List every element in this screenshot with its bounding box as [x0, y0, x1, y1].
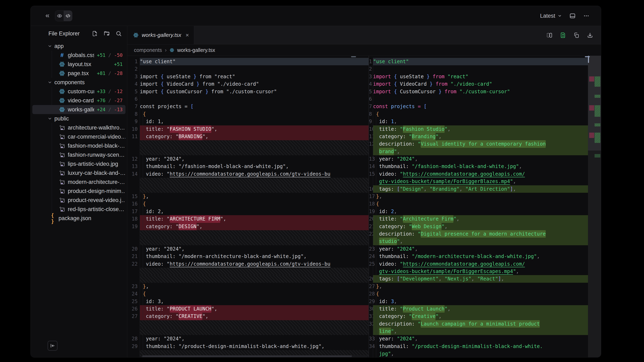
sidebar-folder-public[interactable]: public [32, 114, 126, 123]
sidebar-folder-app[interactable]: app [32, 41, 126, 51]
sidebar-folder-components[interactable]: components [32, 78, 126, 87]
horizontal-scrollbar[interactable] [142, 355, 368, 357]
code-line: year: "2024", [140, 335, 368, 343]
diff-view: 1"use client"23import { useState } from … [127, 56, 601, 357]
tree-item-label: works-galler… [68, 106, 94, 113]
line-number [127, 320, 140, 328]
react-icon [59, 61, 65, 67]
line-number: 2 [369, 65, 373, 73]
sidebar-file-page.tsx[interactable]: page.tsx+81 / -28 [32, 69, 126, 78]
code-view-button[interactable] [64, 11, 72, 21]
react-icon [170, 48, 174, 52]
sidebar-file-architecture-walkthro-[interactable]: architecture-walkthro… [32, 123, 126, 132]
sidebar-file-product-reveal-video.j-[interactable]: product-reveal-video.j… [32, 196, 126, 205]
react-file-icon [170, 48, 174, 52]
code-row-old: 4import { VideoCard } from "./video-card… [127, 80, 368, 88]
code-line: id: 3, [373, 298, 588, 305]
preview-eye-button[interactable] [55, 11, 64, 21]
code-icon [65, 13, 71, 18]
collapsed-lines-filler [140, 275, 368, 283]
sidebar-file-luxury-car-black-and-[interactable]: luxury-car-black-and-… [32, 168, 126, 177]
code-row-new: 14 thumbnail: "/fashion-model-black-and-… [369, 163, 588, 170]
code-row-old: 16 { [127, 200, 368, 208]
more-ellipsis-icon[interactable] [583, 13, 590, 19]
sidebar-file-lips-artistic-video.jpg[interactable]: lips-artistic-video.jpg [32, 159, 126, 168]
json-braces-icon: { } [50, 212, 56, 224]
code-line: year: "2024", [373, 335, 588, 343]
code-row-old: 15 }, [127, 193, 368, 200]
code-row-new: 21 category: "Web Design", [369, 223, 588, 230]
copy-icon[interactable] [573, 32, 580, 38]
code-row-new: jpg", [369, 350, 588, 357]
sidebar-file-package.json[interactable]: { }package.json [32, 214, 126, 223]
chevron-down-icon [558, 14, 562, 18]
diff-file-icon[interactable] [560, 32, 566, 38]
code-row-new: 10 title: "Fashion Studio", [369, 125, 588, 133]
download-icon[interactable] [587, 32, 593, 38]
code-line: title: "ARCHITECTURE FIRM", [140, 215, 368, 223]
line-number: 5 [369, 88, 373, 95]
line-number: 12 [369, 140, 373, 148]
code-row-new: gtv-videos-bucket/sample/ForBiggerBlazes… [369, 178, 588, 185]
new-file-icon[interactable] [92, 30, 98, 37]
code-line: id: 1, [373, 118, 588, 125]
sidebar-file-modern-architecture-[interactable]: modern-architecture-… [32, 177, 126, 187]
breadcrumb-folder[interactable]: components [134, 47, 162, 53]
sidebar-file-works-galler-[interactable]: works-galler…+24 / -13 [32, 105, 126, 114]
code-row-new: 23 year: "2024", [369, 245, 588, 253]
code-line: year: "2024", [140, 155, 368, 163]
breadcrumb-file[interactable]: works-gallery.tsx [177, 47, 215, 53]
sidebar-file-custom-curs-[interactable]: custom-curs…+33 / -12 [32, 87, 126, 96]
sidebar-file-fashion-model-black-[interactable]: fashion-model-black-… [32, 141, 126, 150]
collapse-sidebar-button[interactable] [48, 341, 58, 351]
layout-panel-icon[interactable] [569, 13, 576, 19]
code-line: year: "2024", [140, 245, 368, 253]
split-view-icon[interactable] [546, 32, 553, 38]
sidebar-file-layout.tsx[interactable]: layout.tsx+51 [32, 60, 126, 69]
line-number: 20 [369, 215, 373, 223]
code-row-new: 34 thumbnail: "/product-design-minimalis… [369, 343, 588, 350]
sidebar-file-video-card.tsx[interactable]: video-card.tsx+76 / -27 [32, 96, 126, 105]
diff-stats: +51 / -50 [97, 52, 126, 58]
sidebar-file-fashion-runway-scen-[interactable]: fashion-runway-scen… [32, 150, 126, 159]
code-row-old: 14 video: "https://commondatastorage.goo… [127, 170, 368, 178]
tab-works-gallery[interactable]: works-gallery.tsx × [127, 26, 194, 44]
code-row-new: 17 }, [369, 193, 588, 200]
line-number: 27 [127, 313, 140, 320]
sidebar-file-red-lips-artistic-close-[interactable]: red-lips-artistic-close… [32, 205, 126, 214]
collapse-panel-icon[interactable] [44, 13, 50, 19]
diff-pane-new[interactable]: 1"use client"23import { useState } from … [369, 56, 588, 357]
close-tab-icon[interactable]: × [186, 32, 189, 38]
code-row-old: 10 title: "FASHION STUDIO", [127, 125, 368, 133]
line-number: 3 [127, 73, 140, 80]
tree-item-label: product-design-minim… [68, 188, 126, 194]
sidebar-file-car-commercial-video-[interactable]: car-commercial-video… [32, 132, 126, 141]
file-explorer-header: File Explorer [31, 26, 127, 41]
line-number: 8 [369, 110, 373, 118]
code-row-new: 5import { CustomCursor } from "./custom-… [369, 88, 588, 95]
line-number: 17 [369, 193, 373, 200]
sidebar-file-globals.css[interactable]: #globals.css+51 / -50 [32, 51, 126, 60]
code-line: category: "Web Design", [373, 223, 588, 230]
code-row-old: 17 id: 2, [127, 208, 368, 215]
line-number: 7 [369, 103, 373, 110]
collapsed-lines-filler [140, 148, 368, 155]
sidebar-file-product-design-minim-[interactable]: product-design-minim… [32, 187, 126, 196]
diff-pane-old[interactable]: 1"use client"23import { useState } from … [127, 56, 368, 357]
version-dropdown[interactable]: Latest [540, 13, 562, 19]
code-row-new: 12 description: "Visual identity for a c… [369, 140, 588, 148]
diff-stats: +76 / -27 [97, 98, 126, 103]
code-row-new: 1"use client" [369, 58, 588, 65]
diff-stats: +33 / -12 [97, 89, 126, 94]
new-folder-icon[interactable] [104, 30, 110, 37]
line-number: 4 [127, 80, 140, 88]
code-row-old: 18 title: "ARCHITECTURE FIRM", [127, 215, 368, 223]
code-line: thumbnail: "/fashion-model-black-and-whi… [140, 163, 368, 170]
diff-minimap[interactable] [588, 56, 601, 357]
code-row-new: 15 video: "https://commondatastorage.goo… [369, 170, 588, 178]
code-row-new: 6 [369, 95, 588, 103]
search-icon[interactable] [116, 30, 122, 37]
react-icon [59, 88, 65, 94]
line-number: 6 [369, 95, 373, 103]
scrollbar-thumb[interactable] [142, 356, 352, 357]
